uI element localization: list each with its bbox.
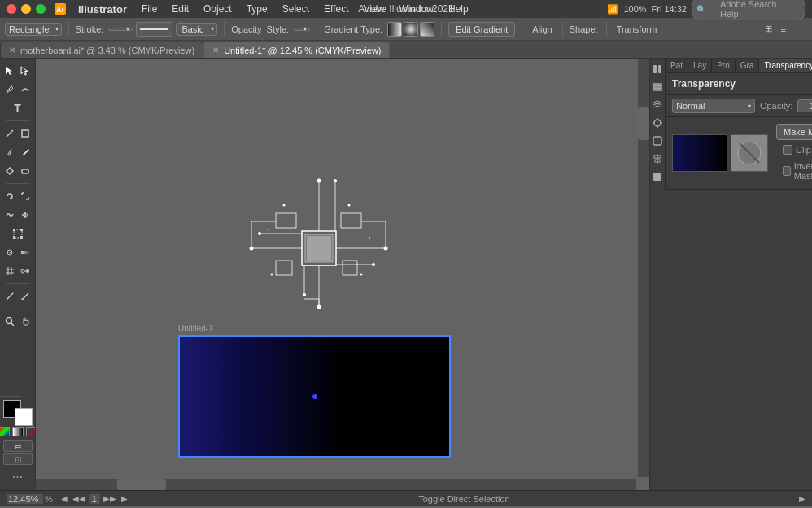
line-tool[interactable] bbox=[3, 125, 17, 142]
scrollbar-thumb-v[interactable] bbox=[638, 107, 649, 140]
next-page-button[interactable]: ▶▶ bbox=[102, 494, 118, 503]
none-mode-button[interactable] bbox=[26, 427, 37, 436]
canvas-area[interactable]: Untitled-1 bbox=[36, 59, 649, 490]
gradient-center-point[interactable] bbox=[312, 394, 317, 399]
preview-color-swatch[interactable] bbox=[672, 134, 727, 172]
panel-icon-btn-3[interactable] bbox=[650, 98, 665, 112]
freeform-gradient-icon[interactable] bbox=[420, 22, 434, 37]
style-dropdown[interactable] bbox=[294, 28, 310, 31]
scale-tool[interactable] bbox=[19, 187, 33, 205]
mesh-tool[interactable] bbox=[3, 262, 17, 280]
more-button[interactable]: ⋯ bbox=[792, 22, 807, 36]
invert-mask-checkbox[interactable] bbox=[783, 166, 791, 176]
menu-file[interactable]: File bbox=[135, 2, 164, 16]
panel-icon-btn-5[interactable] bbox=[650, 134, 665, 148]
panel-tab-transparency[interactable]: Transparency bbox=[759, 59, 812, 72]
basic-label: Basic bbox=[181, 24, 203, 34]
first-page-button[interactable]: ◀◀ bbox=[71, 494, 87, 503]
panel-icon-btn-4[interactable] bbox=[650, 116, 665, 130]
panel-icon-btn-7[interactable] bbox=[650, 169, 665, 184]
menu-app-name[interactable]: Illustrator bbox=[72, 2, 133, 17]
measure-tool[interactable] bbox=[19, 287, 33, 305]
hand-tool[interactable] bbox=[19, 313, 33, 331]
tab-close-untitled[interactable]: ✕ bbox=[212, 46, 219, 55]
close-button[interactable] bbox=[7, 4, 16, 14]
menu-effect[interactable]: Effect bbox=[317, 2, 355, 16]
blend-dropdown-arrow: ▾ bbox=[748, 103, 751, 110]
puppet-warp-tool[interactable] bbox=[3, 243, 17, 261]
search-box[interactable]: 🔍 Adobe Search Help bbox=[692, 0, 805, 20]
stroke-dropdown[interactable] bbox=[108, 28, 133, 31]
menu-type[interactable]: Type bbox=[240, 2, 274, 16]
panel-tab-pat[interactable]: Pat bbox=[666, 59, 688, 72]
shape-tool[interactable] bbox=[19, 125, 33, 142]
panel-tab-gra[interactable]: Gra bbox=[736, 59, 760, 72]
radial-gradient-icon[interactable] bbox=[404, 22, 418, 37]
opacity-panel-value[interactable]: 100% bbox=[797, 99, 812, 112]
make-mask-button[interactable]: Make Mask bbox=[776, 124, 812, 140]
stroke-style-dropdown[interactable]: Basic bbox=[176, 23, 217, 36]
pencil-tool[interactable] bbox=[19, 143, 33, 161]
zoom-value[interactable]: 12.45% bbox=[7, 494, 43, 504]
free-transform-tool[interactable] bbox=[3, 225, 33, 243]
artboard[interactable] bbox=[178, 335, 451, 458]
horizontal-scrollbar[interactable] bbox=[36, 479, 636, 490]
color-mode-button[interactable] bbox=[0, 427, 10, 436]
blend-mode-dropdown[interactable]: Normal ▾ bbox=[672, 99, 755, 113]
maximize-button[interactable] bbox=[36, 4, 46, 14]
menu-select[interactable]: Select bbox=[276, 2, 316, 16]
align-button[interactable]: Align bbox=[529, 23, 555, 36]
svg-point-47 bbox=[348, 204, 351, 207]
menu-object[interactable]: Object bbox=[197, 2, 238, 16]
shaper-tool[interactable] bbox=[3, 162, 17, 180]
pen-tool[interactable] bbox=[3, 81, 17, 99]
last-page-button[interactable]: ▶ bbox=[120, 494, 129, 503]
stroke-swatch[interactable] bbox=[15, 408, 33, 426]
width-tool[interactable] bbox=[19, 206, 33, 224]
direct-selection-tool[interactable] bbox=[19, 62, 33, 80]
symbol-tool[interactable]: ⊡ bbox=[3, 453, 33, 465]
rotate-tool[interactable] bbox=[3, 187, 17, 205]
gradient-rectangle[interactable] bbox=[178, 335, 451, 458]
svg-rect-9 bbox=[20, 229, 23, 231]
zoom-tool[interactable] bbox=[3, 313, 17, 331]
opacity-label: Opacity bbox=[231, 24, 261, 34]
type-tool[interactable]: T bbox=[3, 99, 33, 117]
svg-rect-53 bbox=[658, 65, 661, 73]
gradient-tool[interactable] bbox=[19, 243, 33, 261]
panel-tab-lay[interactable]: Lay bbox=[688, 59, 712, 72]
more-tools-button[interactable]: ··· bbox=[10, 467, 25, 487]
tab-motherboard[interactable]: ✕ motherboard.ai* @ 3.43 % (CMYK/Preview… bbox=[0, 42, 203, 58]
exchange-tool[interactable]: ⇄ bbox=[3, 440, 33, 452]
tab-close-motherboard[interactable]: ✕ bbox=[9, 46, 15, 55]
panel-tab-pro[interactable]: Pro bbox=[712, 59, 736, 72]
panel-icon-btn-6[interactable] bbox=[650, 151, 665, 166]
status-arrow[interactable]: ▶ bbox=[799, 494, 805, 503]
gradient-mode-button[interactable] bbox=[12, 427, 24, 436]
eyedropper-tool[interactable] bbox=[3, 287, 17, 305]
svg-point-16 bbox=[26, 269, 29, 273]
minimize-button[interactable] bbox=[21, 4, 31, 14]
arrange-button[interactable]: ⊞ bbox=[762, 22, 775, 36]
panel-icon-btn-2[interactable] bbox=[650, 80, 665, 94]
selection-tool[interactable] bbox=[3, 62, 17, 80]
blend-tool[interactable] bbox=[19, 262, 33, 280]
warp-tool[interactable] bbox=[3, 206, 17, 224]
scrollbar-thumb-h[interactable] bbox=[117, 479, 166, 490]
shape-dropdown[interactable]: Rectangle bbox=[5, 23, 62, 36]
page-field[interactable]: 1 bbox=[89, 494, 100, 504]
eraser-tool[interactable] bbox=[19, 162, 33, 180]
paintbrush-tool[interactable] bbox=[3, 143, 17, 161]
transform-button[interactable]: Transform bbox=[613, 23, 661, 36]
preview-mask-swatch[interactable] bbox=[731, 134, 768, 172]
curvature-tool[interactable] bbox=[19, 81, 33, 99]
prev-page-button[interactable]: ◀ bbox=[59, 494, 69, 503]
tab-untitled[interactable]: ✕ Untitled-1* @ 12.45 % (CMYK/Preview) bbox=[203, 42, 390, 58]
properties-button[interactable]: ≡ bbox=[778, 23, 789, 36]
vertical-scrollbar[interactable] bbox=[638, 59, 649, 477]
menu-edit[interactable]: Edit bbox=[165, 2, 195, 16]
linear-gradient-icon[interactable] bbox=[387, 22, 402, 37]
edit-gradient-button[interactable]: Edit Gradient bbox=[448, 22, 515, 37]
panel-icon-btn-1[interactable] bbox=[650, 62, 665, 77]
clip-checkbox[interactable] bbox=[783, 145, 792, 155]
